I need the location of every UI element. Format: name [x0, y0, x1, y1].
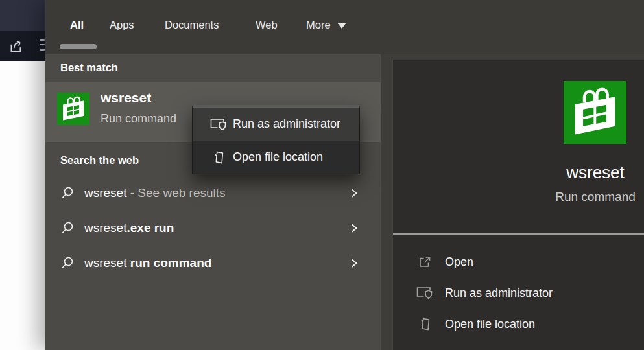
best-match-subtitle: Run command	[101, 112, 176, 126]
best-match-header: Best match	[60, 62, 118, 74]
tab-documents[interactable]: Documents	[165, 17, 219, 32]
context-menu-item-run-as-administrator[interactable]: Run as administrator	[193, 108, 359, 141]
context-menu-item-label: Run as administrator	[233, 117, 340, 131]
web-suggestion-row[interactable]: wsreset.exe run	[45, 211, 381, 246]
action-label: Open	[445, 255, 473, 269]
suggestion-query: wsreset	[84, 221, 126, 235]
admin-shield-icon	[416, 285, 434, 301]
microsoft-store-icon	[564, 81, 626, 144]
action-label: Open file location	[445, 318, 535, 331]
best-match-title: wsreset	[101, 90, 151, 106]
share-icon	[7, 36, 27, 56]
microsoft-store-icon	[57, 93, 89, 125]
action-label: Run as administrator	[445, 286, 553, 300]
context-menu-item-open-file-location[interactable]: Open file location	[193, 141, 359, 174]
background-window-titlebar	[0, 0, 45, 31]
tab-all[interactable]: All	[70, 17, 84, 32]
divider	[393, 233, 644, 235]
results-panel: Best match wsreset Run command Search th…	[45, 54, 381, 350]
file-location-icon	[416, 316, 434, 332]
chevron-down-icon	[337, 23, 346, 29]
web-suggestion-row[interactable]: wsreset run command	[45, 246, 381, 281]
background-window-toolbar	[0, 31, 45, 61]
open-launch-icon	[416, 254, 434, 270]
overflow-menu-icon[interactable]	[40, 39, 45, 56]
action-open[interactable]: Open	[393, 246, 644, 277]
context-menu: Run as administrator Open file location	[192, 105, 360, 174]
action-run-as-administrator[interactable]: Run as administrator	[393, 277, 644, 309]
action-open-file-location[interactable]: Open file location	[393, 309, 644, 340]
suggestion-suffix: .exe run	[126, 221, 174, 235]
search-flyout: All Apps Documents Web More Best match	[45, 0, 644, 350]
background-window-page	[0, 61, 45, 350]
preview-panel: wsreset Run command Open Run as administ…	[392, 60, 644, 350]
tab-web[interactable]: Web	[256, 17, 278, 32]
chevron-right-icon	[349, 223, 359, 233]
web-suggestion-row[interactable]: wsreset - See web results	[45, 176, 381, 211]
search-icon	[60, 220, 75, 236]
search-icon	[60, 185, 75, 201]
tab-more[interactable]: More	[306, 17, 346, 32]
chevron-right-icon	[349, 188, 359, 198]
search-filter-tabbar: All Apps Documents Web More	[45, 0, 644, 54]
suggestion-query: wsreset	[84, 186, 126, 200]
selected-tab-indicator	[60, 44, 97, 49]
suggestion-query: wsreset	[84, 256, 130, 270]
context-menu-item-label: Open file location	[233, 150, 323, 164]
chevron-right-icon	[349, 258, 359, 268]
file-location-icon	[209, 150, 228, 165]
screen: All Apps Documents Web More Best match	[0, 0, 644, 350]
search-web-header: Search the web	[60, 154, 139, 167]
preview-app-title: wsreset	[433, 163, 644, 183]
share-button[interactable]	[7, 36, 27, 56]
preview-app-subtitle: Run command	[433, 190, 644, 204]
suggestion-suffix: - See web results	[126, 186, 225, 200]
search-icon	[60, 255, 75, 271]
tab-apps[interactable]: Apps	[110, 17, 134, 32]
suggestion-suffix: run command	[130, 256, 212, 270]
admin-shield-icon	[209, 117, 228, 132]
